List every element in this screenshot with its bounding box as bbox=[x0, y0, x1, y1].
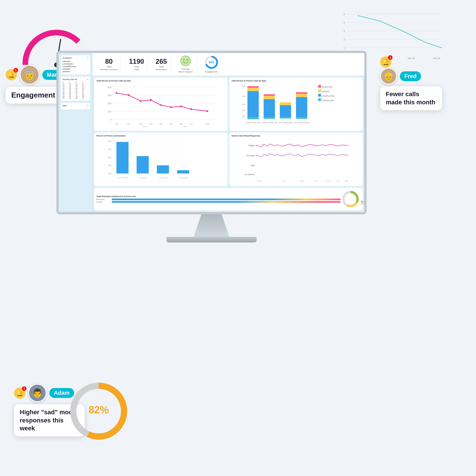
svg-rect-49 bbox=[318, 85, 321, 88]
svg-rect-93 bbox=[157, 166, 169, 174]
customer-kehelland[interactable]: kehelland bbox=[63, 68, 88, 70]
adam-avatar: 👨 bbox=[28, 384, 47, 402]
svg-rect-92 bbox=[136, 156, 149, 174]
svg-point-30 bbox=[128, 94, 129, 96]
customer-penhellis[interactable]: penhellis bbox=[63, 70, 88, 73]
svg-rect-91 bbox=[116, 142, 129, 174]
engagement-donut: 94% bbox=[204, 55, 219, 69]
medication-label: Medication bbox=[96, 199, 111, 200]
adam-donut: 82% bbox=[68, 380, 130, 442]
svg-rect-70 bbox=[296, 92, 307, 94]
svg-text:Jul: Jul bbox=[115, 123, 118, 125]
svg-rect-71 bbox=[296, 117, 307, 119]
sidebar: Customer ≡ caremark cornwallcare cornwal… bbox=[59, 53, 92, 212]
reminders-title: Total Reminders Delivered to Service Use… bbox=[96, 195, 341, 197]
svg-text:Apr: Apr bbox=[337, 180, 340, 182]
stat-mood: AverageMood Capture bbox=[175, 55, 197, 73]
monitor-screen: Customer ≡ caremark cornwallcare cornwal… bbox=[56, 51, 367, 214]
svg-text:2022: 2022 bbox=[300, 180, 304, 182]
date-title: Date ≡ bbox=[63, 105, 88, 107]
service-user-grid: 4589 10121314 18192021 22232425 27293132… bbox=[63, 81, 88, 99]
svg-text:500: 500 bbox=[108, 156, 112, 159]
calls-by-type-title: Total Person to Person Calls by Type bbox=[232, 80, 360, 82]
svg-rect-67 bbox=[280, 117, 291, 118]
monitor-stand bbox=[186, 214, 237, 237]
svg-text:Oct: Oct bbox=[127, 123, 130, 125]
stat-reminders-label: TotalReminders bbox=[156, 65, 167, 71]
svg-text:No thanks: No thanks bbox=[245, 173, 255, 176]
svg-text:2021: 2021 bbox=[142, 125, 147, 127]
svg-text:400: 400 bbox=[107, 86, 112, 89]
svg-text:Contact calling user: Contact calling user bbox=[261, 122, 277, 124]
svg-text:4: 4 bbox=[343, 21, 345, 24]
svg-text:94%: 94% bbox=[209, 61, 214, 64]
svg-point-15 bbox=[186, 59, 188, 61]
fred-alert-text: Fewer calls made this month bbox=[386, 90, 437, 106]
customer-cornwallhousing[interactable]: cornwallhousing bbox=[63, 65, 88, 68]
reminders-donut bbox=[341, 191, 360, 208]
stat-reminders: 265 TotalReminders bbox=[152, 58, 171, 71]
svg-text:400: 400 bbox=[242, 95, 245, 98]
svg-text:CANCELLED: CANCELLED bbox=[322, 99, 334, 102]
svg-rect-65 bbox=[280, 105, 291, 117]
customer-section: Customer ≡ caremark cornwallcare cornwal… bbox=[61, 55, 90, 74]
calls-by-type-chart: Total Person to Person Calls by Type REJ… bbox=[229, 78, 363, 131]
stat-users-label: TotalNumber of Users bbox=[100, 65, 117, 71]
mood-responses-title: Service User Mood Responses bbox=[232, 135, 360, 137]
svg-text:3-10 minutes: 3-10 minutes bbox=[158, 177, 168, 179]
date-section[interactable]: Date ≡ bbox=[61, 103, 90, 109]
svg-rect-68 bbox=[296, 97, 307, 117]
svg-text:MISSED: MISSED bbox=[322, 91, 329, 93]
svg-text:5: 5 bbox=[343, 13, 345, 16]
svg-rect-58 bbox=[247, 88, 259, 91]
calls-by-date-area: 400 300 200 100 0 bbox=[96, 83, 225, 127]
calls-by-date-chart: Total Person to Person Calls by Date bbox=[94, 78, 228, 131]
mood-responses-area: Happy Average Sad No thanks 2021 Jan bbox=[232, 138, 360, 182]
svg-text:900: 900 bbox=[108, 140, 112, 143]
reminders-donut-container: Happy Average bbox=[341, 191, 360, 208]
fred-notification: 🔔 1 👴 Fred Fewer calls made this month bbox=[380, 56, 442, 110]
stat-engagement-label: Engagement bbox=[204, 70, 219, 73]
svg-text:User calling agent: User calling agent bbox=[278, 122, 293, 124]
svg-text:10+ minutes: 10+ minutes bbox=[179, 177, 188, 179]
charts-area: Total Person to Person Calls by Date bbox=[92, 76, 364, 212]
stats-row: 80 TotalNumber of Users 1190 TotalCalls … bbox=[92, 53, 364, 76]
nutrition-label: Nutrition bbox=[96, 201, 111, 203]
svg-rect-59 bbox=[247, 86, 259, 88]
svg-text:Average: Average bbox=[246, 154, 255, 157]
svg-text:Jan: Jan bbox=[283, 180, 285, 182]
svg-text:2022: 2022 bbox=[183, 125, 188, 127]
stat-engagement: 94% Engagement bbox=[201, 55, 222, 73]
svg-point-37 bbox=[207, 110, 208, 112]
nutrition-bar bbox=[112, 201, 341, 203]
svg-text:Up to 1 minute: Up to 1 minute bbox=[117, 177, 128, 179]
svg-rect-66 bbox=[280, 102, 291, 105]
medication-row: Medication bbox=[96, 199, 341, 200]
svg-text:100: 100 bbox=[242, 115, 245, 118]
customer-caremark[interactable]: caremark bbox=[63, 60, 88, 63]
monitor: Customer ≡ caremark cornwallcare cornwal… bbox=[56, 51, 367, 243]
svg-text:2021: 2021 bbox=[258, 180, 261, 182]
svg-point-14 bbox=[183, 59, 185, 61]
svg-text:200: 200 bbox=[107, 102, 112, 105]
bell-count-fred: 1 bbox=[388, 55, 393, 60]
svg-point-35 bbox=[180, 105, 182, 107]
dashboard: Customer ≡ caremark cornwallcare cornwal… bbox=[59, 53, 364, 212]
svg-text:3: 3 bbox=[343, 30, 345, 32]
stat-mood-label: AverageMood Capture bbox=[179, 68, 193, 73]
call-duration-title: Person to Person Call Duration bbox=[96, 135, 225, 137]
svg-text:Sad: Sad bbox=[251, 164, 255, 167]
calls-by-date-title: Total Person to Person Calls by Date bbox=[96, 80, 225, 82]
margaret-avatar: 👵 bbox=[20, 65, 39, 85]
svg-point-13 bbox=[180, 56, 191, 66]
svg-text:Oct: Oct bbox=[149, 123, 152, 125]
calls-by-type-area: REJECTED MISSED COMPLETED CANCELLED bbox=[232, 83, 360, 127]
reminders-chart: Total Reminders Delivered to Service Use… bbox=[96, 195, 341, 203]
svg-text:Jan: Jan bbox=[159, 123, 163, 125]
customer-cornwallcare[interactable]: cornwallcare bbox=[63, 63, 88, 65]
medication-bar bbox=[112, 199, 341, 200]
svg-text:User calling contact: User calling contact bbox=[294, 122, 309, 124]
stat-calls: 1190 TotalCalls bbox=[125, 58, 147, 71]
svg-text:COMPLETED: COMPLETED bbox=[322, 95, 334, 97]
call-duration-area: 900 700 500 300 100 bbox=[96, 138, 225, 182]
